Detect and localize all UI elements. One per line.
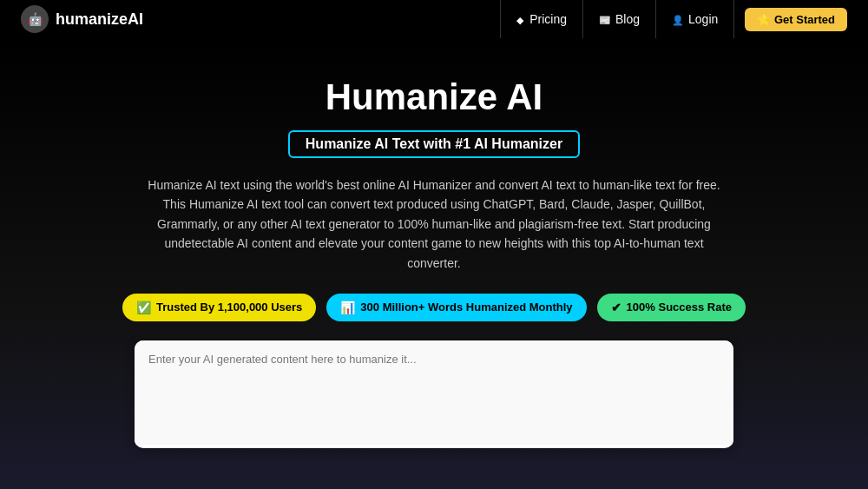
- hero-description: Humanize AI text using the world's best …: [139, 175, 729, 273]
- logo-area[interactable]: 🤖 humanizeAI: [21, 5, 143, 33]
- hero-title: Humanize AI: [17, 76, 851, 118]
- nav-links: Pricing Blog Login ⭐ Get Started: [500, 0, 847, 38]
- hero-subtitle-badge: Humanize AI Text with #1 AI Humanizer: [288, 130, 580, 158]
- nav-link-login[interactable]: Login: [656, 0, 734, 38]
- user-icon: [672, 12, 684, 26]
- get-started-button[interactable]: ⭐ Get Started: [745, 8, 847, 31]
- hero-section: Humanize AI Humanize AI Text with #1 AI …: [0, 38, 868, 489]
- nav-link-blog[interactable]: Blog: [583, 0, 656, 38]
- checkmark-icon: ✔: [611, 301, 621, 314]
- badges-row: ✅ Trusted By 1,100,000 Users 📊 300 Milli…: [17, 294, 851, 321]
- badge-trusted-users: ✅ Trusted By 1,100,000 Users: [122, 294, 316, 321]
- blog-icon: [599, 12, 611, 26]
- logo-icon: 🤖: [21, 5, 49, 33]
- logo-text: humanizeAI: [56, 10, 143, 29]
- textarea-container: [135, 340, 733, 448]
- badge-words-humanized: 📊 300 Million+ Words Humanized Monthly: [326, 294, 586, 321]
- ai-content-textarea[interactable]: [135, 340, 733, 445]
- check-circle-icon: ✅: [136, 301, 151, 314]
- navbar: 🤖 humanizeAI Pricing Blog Login ⭐ Get St…: [0, 0, 868, 38]
- nav-link-pricing[interactable]: Pricing: [500, 0, 583, 38]
- chart-bar-icon: 📊: [340, 301, 355, 314]
- diamond-icon: [516, 12, 525, 26]
- badge-success-rate: ✔ 100% Success Rate: [597, 294, 746, 321]
